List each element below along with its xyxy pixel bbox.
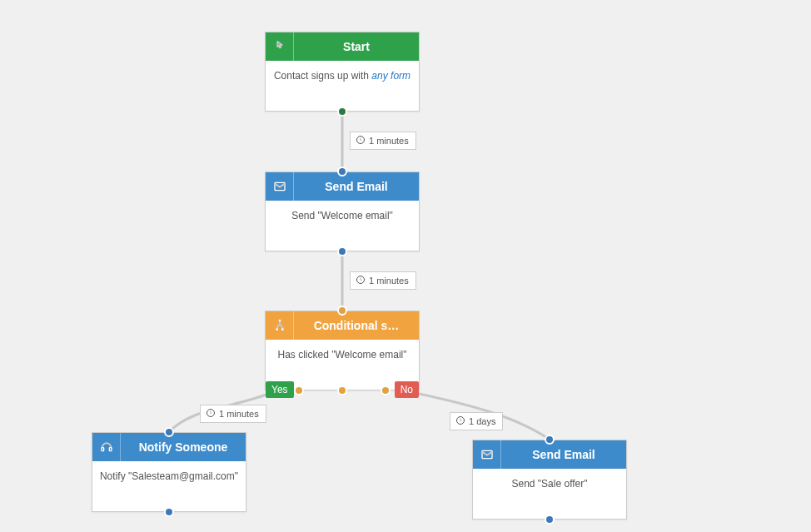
- clock-icon: [356, 275, 366, 286]
- port-in[interactable]: [545, 435, 555, 445]
- node-send-email-2[interactable]: Send Email Send "Sale offer": [472, 440, 627, 520]
- port-out[interactable]: [545, 515, 555, 525]
- node-start-body-text: Contact signs up with: [274, 70, 371, 82]
- delay-badge-2[interactable]: 1 minutes: [350, 271, 416, 290]
- node-start-body: Contact signs up with any form: [266, 61, 419, 111]
- svg-rect-8: [102, 448, 104, 451]
- delay-badge-1[interactable]: 1 minutes: [350, 132, 416, 150]
- clock-icon: [455, 415, 465, 427]
- port-in[interactable]: [337, 306, 347, 316]
- clock-icon: [206, 408, 216, 420]
- node-send-email-2-header: Send Email: [473, 440, 626, 469]
- node-send-email-1[interactable]: Send Email Send "Welcome email": [265, 172, 420, 251]
- port-out-yes[interactable]: [294, 385, 304, 395]
- node-notify-body: Notify "Salesteam@gmail.com": [92, 461, 246, 511]
- node-send-email-1-body: Send "Welcome email": [266, 201, 419, 251]
- node-start-body-link[interactable]: any form: [371, 70, 410, 82]
- delay-badge-3[interactable]: 1 minutes: [200, 405, 266, 423]
- svg-point-5: [281, 329, 282, 330]
- mail-icon: [473, 440, 501, 469]
- mail-icon: [266, 172, 294, 201]
- delay-badge-4[interactable]: 1 days: [450, 412, 503, 430]
- node-start-header: Start: [266, 32, 419, 61]
- svg-point-4: [276, 329, 277, 330]
- workflow-canvas[interactable]: Start Contact signs up with any form 1 m…: [0, 0, 811, 532]
- node-send-email-2-title: Send Email: [501, 448, 626, 461]
- delay-1-text: 1 minutes: [369, 136, 409, 146]
- port-out-mid[interactable]: [337, 385, 347, 395]
- port-in[interactable]: [337, 167, 347, 177]
- node-notify[interactable]: Notify Someone Notify "Salesteam@gmail.c…: [92, 432, 246, 512]
- pointer-icon: [266, 32, 294, 61]
- port-out[interactable]: [164, 507, 174, 517]
- branch-yes[interactable]: Yes: [266, 381, 294, 398]
- split-icon: [266, 311, 294, 340]
- port-out-no[interactable]: [381, 385, 391, 395]
- node-send-email-2-body: Send "Sale offer": [473, 469, 626, 519]
- port-in[interactable]: [164, 427, 174, 437]
- clock-icon: [356, 135, 366, 147]
- node-conditional-title: Conditional s…: [294, 319, 419, 332]
- delay-3-text: 1 minutes: [219, 409, 259, 419]
- delay-4-text: 1 days: [469, 416, 495, 426]
- node-start[interactable]: Start Contact signs up with any form: [265, 32, 420, 112]
- branch-no[interactable]: No: [395, 381, 419, 398]
- node-send-email-1-title: Send Email: [294, 180, 419, 193]
- svg-point-3: [279, 320, 280, 321]
- node-notify-title: Notify Someone: [121, 440, 246, 454]
- node-conditional-header: Conditional s…: [266, 311, 419, 340]
- node-conditional[interactable]: Conditional s… Has clicked "Welcome emai…: [265, 311, 420, 390]
- delay-2-text: 1 minutes: [369, 276, 409, 286]
- port-out[interactable]: [337, 246, 347, 256]
- node-send-email-1-header: Send Email: [266, 172, 419, 201]
- port-out[interactable]: [337, 107, 347, 117]
- node-notify-header: Notify Someone: [92, 433, 246, 461]
- node-start-title: Start: [294, 40, 419, 53]
- svg-rect-9: [109, 448, 112, 451]
- headset-icon: [92, 433, 121, 461]
